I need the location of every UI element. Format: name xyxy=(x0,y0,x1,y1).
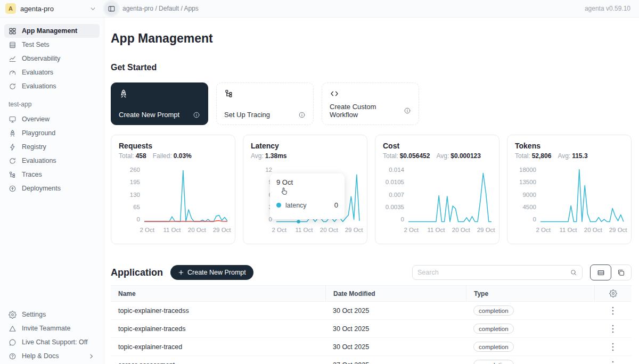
sidebar-group-label-test-app: test-app xyxy=(9,101,95,108)
plot-area[interactable] xyxy=(408,167,491,222)
sidebar-item-label: Playground xyxy=(22,129,55,137)
stat-card-summary: Total:458Failed:0.03% xyxy=(119,152,227,160)
workspace-selector[interactable]: A agenta-pro xyxy=(5,3,97,14)
column-settings-icon[interactable] xyxy=(608,288,619,300)
get-started-card-set-up-tracing[interactable]: Set Up Tracing xyxy=(216,82,314,125)
sidebar-item-label: Registry xyxy=(22,143,46,151)
y-axis: 260195130650 xyxy=(119,167,140,222)
sidebar-item-overview[interactable]: Overview xyxy=(4,112,100,126)
plus-icon xyxy=(178,269,184,276)
topbar: A agenta-pro agenta-pro / Default / Apps… xyxy=(0,0,639,18)
stat-metric: Avg:115.3 xyxy=(558,152,587,160)
sidebar-item-observability[interactable]: Observability xyxy=(4,52,100,65)
sidebar-item-label: Evaluators xyxy=(22,69,53,76)
column-header-name[interactable]: Name xyxy=(111,286,325,301)
chart-line-icon xyxy=(9,55,17,63)
row-menu-button[interactable] xyxy=(607,341,619,353)
get-started-card-create-custom-workflow[interactable]: Create Custom Workflow xyxy=(322,82,419,125)
stat-card-latency: Latency Avg:1.38ms 129630 2 Oct11 Oct20 … xyxy=(243,135,367,244)
view-toggle xyxy=(590,264,632,280)
get-started-cards: Create New Prompt Set Up Tracing Create … xyxy=(111,82,632,125)
plot-area[interactable] xyxy=(540,167,624,222)
sidebar-item-playground[interactable]: Playground xyxy=(4,126,100,140)
x-axis: 2 Oct11 Oct20 Oct29 Oct xyxy=(144,227,227,234)
x-axis-tick: 11 Oct xyxy=(559,227,577,233)
table-row-topic-explainer-traced[interactable]: topic-explainer-traced 30 Oct 2025 compl… xyxy=(111,338,632,356)
x-axis-tick: 2 Oct xyxy=(536,227,550,233)
stat-metric: Total:458 xyxy=(119,152,146,160)
stat-card-title: Requests xyxy=(119,142,227,150)
invite-teammate-icon xyxy=(9,325,17,333)
sidebar-item-label: Live Chat Support: Off xyxy=(22,338,87,346)
grid-icon xyxy=(9,27,17,35)
row-menu-button[interactable] xyxy=(607,359,619,364)
monitor-icon xyxy=(9,115,17,123)
table-row-career-assessment[interactable]: career-assessment 27 Oct 2025 completion xyxy=(111,356,632,364)
breadcrumb: agenta-pro / Default / Apps xyxy=(122,5,199,12)
sidebar-item-evaluations[interactable]: Evaluations xyxy=(4,154,100,168)
rocket-icon xyxy=(9,129,17,137)
code-icon xyxy=(330,89,339,98)
sidebar-item-app-management[interactable]: App Management xyxy=(4,24,100,38)
row-menu-button[interactable] xyxy=(607,323,619,335)
get-started-card-label: Set Up Tracing xyxy=(224,111,270,119)
type-badge: completion xyxy=(473,360,514,364)
x-axis-tick: 20 Oct xyxy=(584,227,602,233)
sidebar-item-settings[interactable]: Settings xyxy=(4,308,100,321)
sidebar-item-evaluators[interactable]: Evaluators xyxy=(4,65,100,79)
sidebar-item-traces[interactable]: Traces xyxy=(4,168,100,181)
app-name: career-assessment xyxy=(111,356,325,364)
stat-card-title: Latency xyxy=(251,142,359,150)
refresh-icon xyxy=(9,157,17,165)
type-badge: completion xyxy=(473,305,514,316)
type-badge: completion xyxy=(473,342,514,352)
workspace-name: agenta-pro xyxy=(20,5,85,13)
table-view-button[interactable] xyxy=(590,264,611,280)
sidebar-item-evaluations[interactable]: Evaluations xyxy=(4,79,100,93)
type-badge: completion xyxy=(473,324,514,334)
sidebar-item-registry[interactable]: Registry xyxy=(4,140,100,154)
card-view-button[interactable] xyxy=(611,265,631,280)
stat-metric: Avg:$0.000123 xyxy=(436,152,481,160)
sidebar-item-live-chat-support-off[interactable]: Live Chat Support: Off xyxy=(4,335,100,349)
create-new-prompt-button[interactable]: Create New Prompt xyxy=(170,265,253,280)
search-icon[interactable] xyxy=(570,269,577,276)
table-row-topic-explainer-tracedss[interactable]: topic-explainer-tracedss 30 Oct 2025 com… xyxy=(111,302,632,320)
app-date-modified: 27 Oct 2025 xyxy=(325,356,466,364)
search-input[interactable] xyxy=(417,269,570,276)
y-axis: 1800013500900045000 xyxy=(515,167,536,222)
y-axis: 0.0140.01050.0070.00350 xyxy=(383,167,404,222)
info-icon[interactable] xyxy=(298,111,306,119)
sidebar-item-label: Traces xyxy=(22,171,42,178)
sidebar-toggle-button[interactable] xyxy=(104,2,118,15)
stat-card-title: Tokens xyxy=(515,142,624,150)
info-icon[interactable] xyxy=(193,111,200,119)
table-row-topic-explainer-traceds[interactable]: topic-explainer-traceds 30 Oct 2025 comp… xyxy=(111,320,632,338)
row-menu-button[interactable] xyxy=(607,305,619,317)
get-started-card-create-new-prompt[interactable]: Create New Prompt xyxy=(111,82,208,125)
get-started-heading: Get Started xyxy=(111,62,632,73)
column-header-date-modified[interactable]: Date Modified xyxy=(325,286,466,301)
x-axis-tick: 2 Oct xyxy=(404,227,418,233)
plot-area[interactable] xyxy=(144,167,227,222)
sidebar-item-label: Test Sets xyxy=(22,41,49,48)
sidebar-item-label: Help & Docs xyxy=(22,352,59,360)
sidebar-item-deployments[interactable]: Deployments xyxy=(4,181,100,195)
app-name: topic-explainer-traced xyxy=(111,338,325,355)
bolt-icon xyxy=(9,143,17,151)
stat-card-summary: Avg:1.38ms xyxy=(251,152,359,160)
test-sets-icon xyxy=(9,41,17,49)
info-icon[interactable] xyxy=(404,107,411,114)
app-date-modified: 30 Oct 2025 xyxy=(325,302,466,319)
sidebar-item-test-sets[interactable]: Test Sets xyxy=(4,38,100,52)
app-name: topic-explainer-tracedss xyxy=(111,302,325,319)
sidebar-item-label: Evaluations xyxy=(22,157,56,164)
stat-card-title: Cost xyxy=(383,142,491,150)
sidebar-item-help-docs[interactable]: Help & Docs xyxy=(4,349,100,363)
help-icon xyxy=(9,352,17,360)
x-axis: 2 Oct11 Oct20 Oct29 Oct xyxy=(276,227,359,234)
version-label: agenta v0.59.10 xyxy=(585,5,630,12)
column-header-type[interactable]: Type xyxy=(466,286,594,301)
sidebar-item-invite-teammate[interactable]: Invite Teammate xyxy=(4,321,100,335)
main-content: App Management Get Started Create New Pr… xyxy=(104,18,639,364)
